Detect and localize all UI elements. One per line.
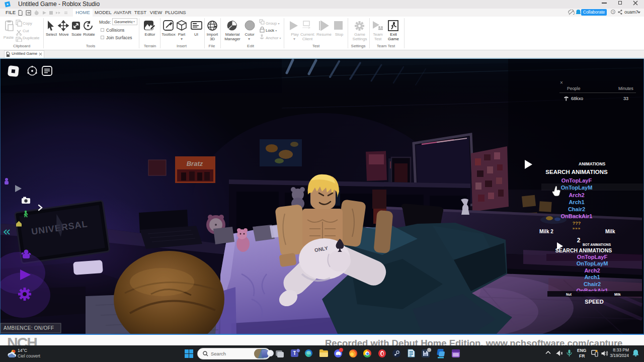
svg-text:AMBIENCE: ON/OFF: AMBIENCE: ON/OFF xyxy=(4,325,54,331)
